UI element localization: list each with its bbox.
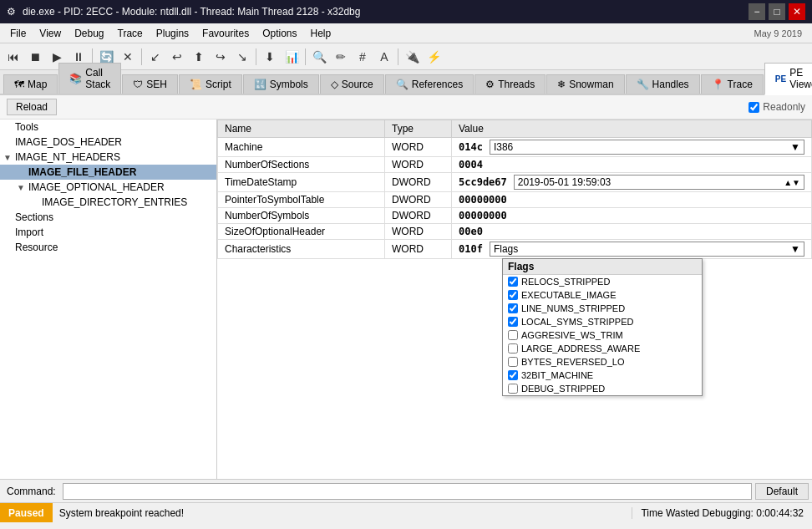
titlebar-controls: − □ ✕ — [749, 3, 805, 20]
row-characteristics: Characteristics WORD 010f Flags ▼ Fla — [218, 240, 812, 259]
toolbar-search[interactable]: 🔍 — [309, 47, 329, 67]
command-input[interactable] — [63, 483, 752, 500]
tree-item-resource[interactable]: Resource — [0, 240, 216, 255]
flag-local-syms-stripped[interactable]: LOCAL_SYMS_STRIPPED — [503, 315, 702, 328]
toolbar-stepout[interactable]: ⬆ — [189, 47, 209, 67]
menu-favourites[interactable]: Favourites — [195, 26, 256, 41]
flag-32bit-machine[interactable]: 32BIT_MACHINE — [503, 369, 702, 382]
toolbar: ⏮ ⏹ ▶ ⏸ 🔄 ✕ ↙ ↩ ⬆ ↪ ↘ ⬇ 📊 🔍 ✏ # A 🔌 ⚡ — [0, 43, 812, 70]
tree-item-optional-header[interactable]: ▼ IMAGE_OPTIONAL_HEADER — [0, 180, 216, 195]
tab-symbols[interactable]: 🔣 Symbols — [243, 74, 319, 94]
machine-value-text: I386 — [494, 141, 513, 153]
tab-snowman[interactable]: ❄ Snowman — [546, 74, 624, 94]
cell-pointertosymbol-value: 00000000 — [452, 192, 812, 208]
tree-item-nt-headers[interactable]: ▼ IMAGE_NT_HEADERS — [0, 150, 216, 165]
tab-seh[interactable]: 🛡 SEH — [122, 74, 178, 94]
tree-item-dos-header[interactable]: IMAGE_DOS_HEADER — [0, 135, 216, 150]
flag-checkbox-linenums[interactable] — [508, 303, 518, 313]
toolbar-stop[interactable]: ⏹ — [25, 47, 45, 67]
toolbar-font[interactable]: A — [374, 47, 394, 67]
flag-relocs-stripped[interactable]: RELOCS_STRIPPED — [503, 275, 702, 288]
snowman-icon: ❄ — [557, 79, 566, 90]
toolbar-run2[interactable]: ↪ — [211, 47, 231, 67]
flag-checkbox-aggresive[interactable] — [508, 330, 518, 340]
toolbar-back[interactable]: ⏮ — [3, 47, 23, 67]
tab-script[interactable]: 📜 Script — [179, 74, 242, 94]
menu-debug[interactable]: Debug — [68, 26, 110, 41]
maximize-button[interactable]: □ — [769, 3, 785, 20]
cell-numsymbols-type: DWORD — [385, 208, 452, 224]
characteristics-flags-label: Flags — [494, 243, 518, 255]
readonly-checkbox[interactable] — [749, 102, 759, 113]
command-default[interactable]: Default — [755, 483, 809, 500]
flag-aggresive-ws-trim[interactable]: AGGRESIVE_WS_TRIM — [503, 328, 702, 342]
toolbar-edit[interactable]: ✏ — [331, 47, 351, 67]
cell-timedatestamp-value[interactable]: 5cc9de67 2019-05-01 19:59:03 ▲▼ — [452, 173, 812, 192]
menu-file[interactable]: File — [3, 26, 33, 41]
pointertosymbol-value-bold: 00000000 — [459, 194, 507, 206]
tab-handles[interactable]: 🔧 Handles — [626, 74, 700, 94]
close-button[interactable]: ✕ — [789, 3, 805, 20]
tab-source[interactable]: ◇ Source — [320, 74, 384, 94]
toolbar-sep5 — [398, 48, 398, 65]
reload-button[interactable]: Reload — [7, 99, 57, 115]
flag-checkbox-executable[interactable] — [508, 290, 518, 300]
flag-large-address-aware[interactable]: LARGE_ADDRESS_AWARE — [503, 342, 702, 355]
menu-help[interactable]: Help — [304, 26, 338, 41]
toolbar-hash[interactable]: # — [353, 47, 373, 67]
toolbar-sep4 — [305, 48, 306, 65]
flag-checkbox-largeaddr[interactable] — [508, 343, 518, 354]
flag-checkbox-bytesreversed[interactable] — [508, 357, 518, 367]
flag-line-nums-stripped[interactable]: LINE_NUMS_STRIPPED — [503, 302, 702, 315]
table-panel: Name Type Value Machine WORD 014c I386 — [217, 120, 812, 479]
menu-options[interactable]: Options — [256, 26, 303, 41]
cell-sizeofoptional-name: SizeOfOptionalHeader — [218, 224, 385, 240]
threads-icon: ⚙ — [485, 79, 495, 90]
tree-item-tools[interactable]: Tools — [0, 120, 216, 135]
machine-dropdown-arrow[interactable]: ▼ — [790, 141, 800, 153]
cell-machine-value[interactable]: 014c I386 ▼ — [452, 138, 812, 157]
minimize-button[interactable]: − — [749, 3, 765, 20]
toolbar-sep3 — [256, 48, 256, 65]
menu-view[interactable]: View — [33, 26, 68, 41]
toolbar-stepinto[interactable]: ↙ — [145, 47, 165, 67]
menu-plugins[interactable]: Plugins — [150, 26, 195, 41]
timedatestamp-dropdown-arrow[interactable]: ▲▼ — [784, 178, 800, 187]
tab-peviewer[interactable]: PE PE Viewer — [764, 63, 812, 95]
handles-icon: 🔧 — [637, 79, 649, 90]
tab-callstack[interactable]: 📚 Call Stack — [58, 63, 121, 94]
tree-item-file-header[interactable]: IMAGE_FILE_HEADER — [0, 165, 216, 180]
toolbar-sep2 — [141, 48, 142, 65]
tab-map[interactable]: 🗺 Map — [3, 74, 58, 94]
tab-threads[interactable]: ⚙ Threads — [475, 74, 546, 94]
flag-bytes-reversed-lo[interactable]: BYTES_REVERSED_LO — [503, 355, 702, 369]
flag-debug-stripped[interactable]: DEBUG_STRIPPED — [503, 382, 702, 395]
flag-checkbox-relocs[interactable] — [508, 277, 518, 287]
toolbar-runto[interactable]: ↘ — [232, 47, 252, 67]
tree-item-directory-entries[interactable]: IMAGE_DIRECTORY_ENTRIES — [0, 195, 216, 210]
flag-executable-image[interactable]: EXECUTABLE_IMAGE — [503, 288, 702, 302]
cell-sizeofoptional-type: WORD — [385, 224, 452, 240]
cell-characteristics-name: Characteristics — [218, 240, 385, 259]
menu-trace[interactable]: Trace — [111, 26, 150, 41]
toolbar-extra[interactable]: ⚡ — [424, 47, 444, 67]
cell-characteristics-value[interactable]: 010f Flags ▼ Flags — [452, 240, 812, 259]
menubar: File View Debug Trace Plugins Favourites… — [0, 23, 812, 43]
timedatestamp-value-bold: 5cc9de67 — [459, 176, 507, 188]
characteristics-dropdown-arrow[interactable]: ▼ — [790, 243, 800, 255]
map-icon: 🗺 — [14, 79, 24, 90]
flag-checkbox-debug[interactable] — [508, 384, 518, 394]
tree-item-import[interactable]: Import — [0, 225, 216, 240]
toolbar-plugin[interactable]: 🔌 — [402, 47, 422, 67]
toolbar-stepover[interactable]: ↩ — [167, 47, 187, 67]
tree-item-sections[interactable]: Sections — [0, 210, 216, 225]
flag-checkbox-localsyms[interactable] — [508, 317, 518, 327]
toolbar-bpm[interactable]: 📊 — [282, 47, 302, 67]
characteristics-value-bold: 010f — [459, 243, 483, 255]
tab-references[interactable]: 🔍 References — [385, 74, 474, 94]
cell-sizeofoptional-value: 00e0 — [452, 224, 812, 240]
toolbar-bp[interactable]: ⬇ — [260, 47, 280, 67]
flag-checkbox-32bit[interactable] — [508, 370, 518, 380]
cell-characteristics-type: WORD — [385, 240, 452, 259]
tab-trace[interactable]: 📍 Trace — [701, 74, 764, 94]
